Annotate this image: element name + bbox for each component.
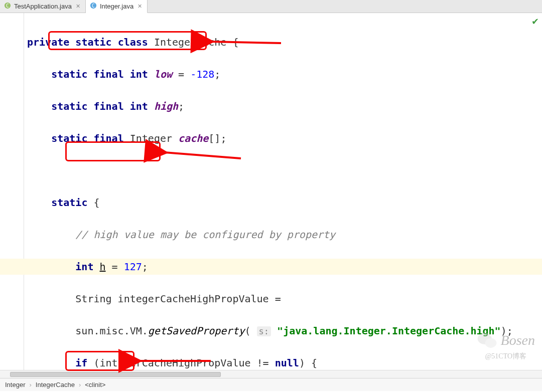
- chevron-right-icon: ›: [79, 381, 81, 388]
- breadcrumb-bar: Integer › IntegerCache › <clinit>: [0, 378, 542, 391]
- tab-integer[interactable]: C Integer.java ✕: [86, 0, 148, 13]
- java-class-icon: C: [90, 2, 97, 11]
- close-icon[interactable]: ✕: [76, 3, 80, 10]
- code-content: private static class IntegerCache { stat…: [0, 13, 542, 378]
- code-editor[interactable]: ✔ private static class IntegerCache { st…: [0, 13, 542, 378]
- breadcrumb-item[interactable]: Integer: [5, 381, 25, 388]
- svg-text:C: C: [92, 3, 95, 9]
- svg-text:C: C: [6, 3, 9, 9]
- breadcrumb-item[interactable]: IntegerCache: [36, 381, 75, 388]
- close-icon[interactable]: ✕: [138, 3, 142, 10]
- horizontal-scrollbar[interactable]: [0, 370, 542, 378]
- editor-tabbar: C TestApplication.java ✕ C Integer.java …: [0, 0, 542, 13]
- tab-label: TestApplication.java: [14, 3, 72, 10]
- chevron-right-icon: ›: [29, 381, 31, 388]
- breadcrumb-item[interactable]: <clinit>: [85, 381, 105, 388]
- java-class-icon: C: [4, 2, 11, 11]
- tab-label: Integer.java: [100, 3, 133, 10]
- tab-testapplication[interactable]: C TestApplication.java ✕: [0, 0, 86, 13]
- scrollbar-thumb[interactable]: [10, 372, 221, 377]
